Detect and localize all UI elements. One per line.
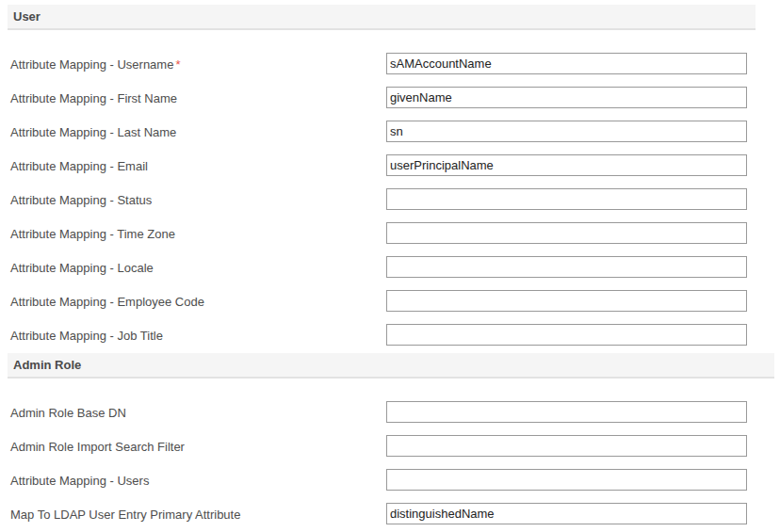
field-row: Admin Role Base DN*	[0, 395, 780, 429]
field-label: Attribute Mapping - Email*	[10, 159, 148, 173]
section-rows: Attribute Mapping - Username* Attribute …	[0, 30, 780, 352]
required-asterisk: *	[175, 57, 180, 72]
section-header: Admin Role	[8, 353, 774, 379]
section-admin-role: Admin Role Admin Role Base DN* Admin Rol…	[0, 353, 780, 531]
field-label: Attribute Mapping - Status*	[10, 193, 152, 207]
field-row: Attribute Mapping - Locale*	[0, 250, 780, 284]
field-label: Attribute Mapping - Job Title*	[10, 329, 163, 343]
attribute-mapping-employee-code-input[interactable]	[386, 290, 747, 312]
field-row: Attribute Mapping - Email*	[0, 149, 780, 183]
attribute-mapping-username-input[interactable]	[386, 53, 747, 74]
ldap-settings-form: User Attribute Mapping - Username* Attri…	[0, 0, 780, 531]
attribute-mapping-users-input[interactable]	[386, 469, 747, 491]
field-label: Attribute Mapping - Last Name*	[10, 125, 176, 139]
field-row: Attribute Mapping - First Name*	[0, 81, 780, 115]
field-label: Admin Role Import Search Filter*	[10, 440, 185, 454]
attribute-mapping-first-name-input[interactable]	[386, 87, 747, 108]
admin-role-import-search-filter-input[interactable]	[386, 435, 747, 457]
section-header: User	[8, 5, 756, 30]
field-row: Map To LDAP User Entry Primary Attribute…	[0, 497, 780, 531]
attribute-mapping-time-zone-input[interactable]	[386, 222, 747, 244]
field-label: Attribute Mapping - Employee Code*	[10, 295, 204, 309]
field-label: Attribute Mapping - Time Zone*	[10, 227, 175, 241]
field-row: Admin Role Import Search Filter*	[0, 429, 780, 463]
field-label: Attribute Mapping - Locale*	[10, 261, 154, 275]
admin-role-base-dn-input[interactable]	[386, 401, 747, 423]
map-to-ldap-user-entry-primary-attribute-input[interactable]	[386, 503, 747, 524]
field-label: Attribute Mapping - Users*	[10, 474, 149, 488]
field-row: Attribute Mapping - Employee Code*	[0, 284, 780, 318]
attribute-mapping-locale-input[interactable]	[386, 256, 747, 278]
field-label: Admin Role Base DN*	[10, 406, 126, 420]
attribute-mapping-status-input[interactable]	[386, 188, 747, 210]
section-rows: Admin Role Base DN* Admin Role Import Se…	[0, 379, 780, 531]
section-title: Admin Role	[13, 358, 81, 372]
attribute-mapping-last-name-input[interactable]	[386, 121, 747, 142]
field-label: Attribute Mapping - Username*	[10, 57, 180, 72]
field-row: Attribute Mapping - Status*	[0, 183, 780, 217]
field-row: Attribute Mapping - Username*	[0, 47, 780, 81]
field-label: Map To LDAP User Entry Primary Attribute…	[10, 508, 240, 522]
section-title: User	[13, 9, 41, 24]
attribute-mapping-job-title-input[interactable]	[386, 324, 747, 346]
field-row: Attribute Mapping - Time Zone*	[0, 217, 780, 250]
field-row: Attribute Mapping - Job Title*	[0, 318, 780, 352]
field-row: Attribute Mapping - Users*	[0, 463, 780, 497]
form-sections: User Attribute Mapping - Username* Attri…	[0, 5, 780, 531]
section-user: User Attribute Mapping - Username* Attri…	[0, 5, 780, 352]
field-row: Attribute Mapping - Last Name*	[0, 115, 780, 149]
attribute-mapping-email-input[interactable]	[386, 154, 747, 176]
field-label: Attribute Mapping - First Name*	[10, 91, 177, 105]
